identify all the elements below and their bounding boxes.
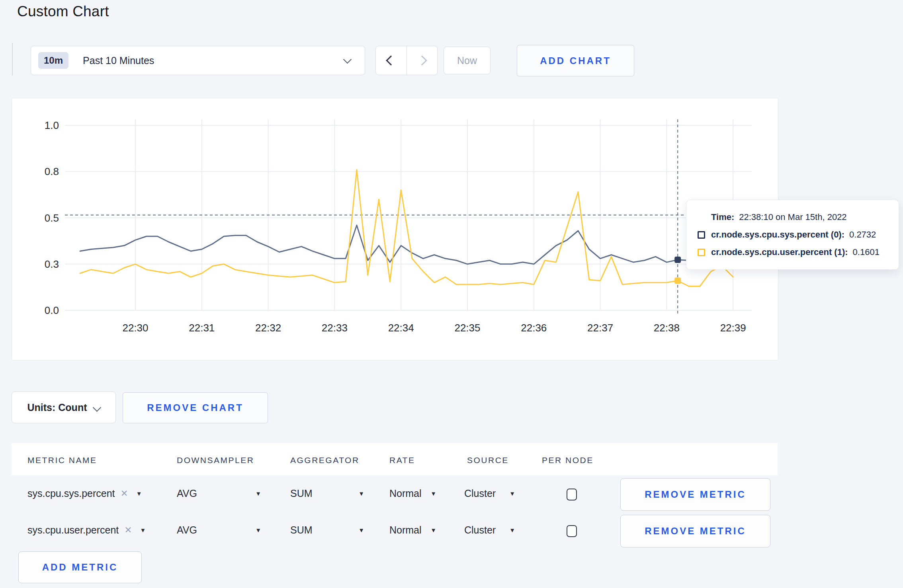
- source-value: Cluster: [464, 488, 496, 499]
- caret-down-icon: ▼: [140, 527, 146, 533]
- remove-metric-x-icon[interactable]: ✕: [124, 525, 132, 535]
- col-header-aggregator: AGGREGATOR: [290, 456, 360, 465]
- chart-hover-tooltip: Time: 22:38:10 on Mar 15th, 2022 cr.node…: [686, 200, 899, 270]
- metric-name-value: sys.cpu.sys.percent: [27, 488, 115, 499]
- downsampler-value: AVG: [177, 488, 197, 499]
- next-range-button[interactable]: [407, 46, 438, 75]
- rate-dropdown[interactable]: Normal ▼: [389, 524, 436, 536]
- caret-down-icon: ▼: [255, 490, 261, 497]
- chevron-down-icon: [343, 55, 352, 64]
- remove-metric-button[interactable]: REMOVE METRIC: [620, 515, 770, 547]
- tooltip-sys-value: 0.2732: [849, 230, 876, 240]
- time-range-dropdown[interactable]: 10m Past 10 Minutes: [31, 46, 365, 75]
- downsampler-dropdown[interactable]: AVG ▼: [177, 488, 261, 499]
- rate-value: Normal: [389, 488, 422, 499]
- units-dropdown[interactable]: Units: Count: [12, 391, 116, 423]
- tooltip-sys-label: cr.node.sys.cpu.sys.percent (0):: [711, 230, 844, 240]
- toolbar-divider: [12, 43, 13, 76]
- tooltip-series-user-row: cr.node.sys.cpu.user.percent (1): 0.1601: [698, 247, 899, 257]
- time-window-label: Past 10 Minutes: [83, 55, 154, 66]
- downsampler-value: AVG: [177, 524, 197, 536]
- col-header-rate: RATE: [389, 456, 415, 465]
- user-series-swatch-icon: [698, 249, 705, 256]
- source-value: Cluster: [464, 524, 496, 536]
- now-button[interactable]: Now: [444, 47, 491, 74]
- units-label: Units: Count: [27, 402, 87, 413]
- sys-series-swatch-icon: [698, 231, 705, 239]
- chevron-down-icon: [93, 403, 101, 411]
- metric-name-dropdown[interactable]: sys.cpu.user.percent ✕ ▼: [27, 524, 146, 536]
- caret-down-icon: ▼: [430, 527, 436, 533]
- remove-metric-button[interactable]: REMOVE METRIC: [620, 478, 770, 511]
- prev-range-button[interactable]: [376, 46, 407, 75]
- add-metric-button[interactable]: ADD METRIC: [18, 551, 142, 583]
- time-range-nav: [375, 46, 438, 75]
- aggregator-dropdown[interactable]: SUM ▼: [290, 488, 364, 499]
- rate-dropdown[interactable]: Normal ▼: [389, 488, 436, 499]
- chevron-left-icon: [386, 55, 396, 65]
- col-header-metric-name: METRIC NAME: [27, 456, 97, 465]
- time-window-badge: 10m: [38, 52, 68, 69]
- metric-name-value: sys.cpu.user.percent: [27, 524, 119, 536]
- tooltip-user-label: cr.node.sys.cpu.user.percent (1):: [711, 247, 848, 257]
- tooltip-user-value: 0.1601: [853, 247, 880, 257]
- remove-metric-x-icon[interactable]: ✕: [121, 488, 128, 499]
- remove-chart-button[interactable]: REMOVE CHART: [123, 392, 268, 423]
- per-node-checkbox[interactable]: [567, 525, 577, 537]
- rate-value: Normal: [389, 524, 422, 536]
- page-title: Custom Chart: [17, 3, 109, 20]
- chart-card[interactable]: [12, 98, 778, 360]
- col-header-downsampler: DOWNSAMPLER: [177, 456, 254, 465]
- caret-down-icon: ▼: [509, 490, 515, 497]
- caret-down-icon: ▼: [430, 490, 436, 497]
- metric-name-dropdown[interactable]: sys.cpu.sys.percent ✕ ▼: [27, 488, 142, 499]
- caret-down-icon: ▼: [509, 527, 515, 533]
- caret-down-icon: ▼: [255, 527, 261, 533]
- per-node-checkbox[interactable]: [567, 489, 577, 500]
- custom-chart-page: Custom Chart 10m Past 10 Minutes Now ADD…: [0, 0, 903, 588]
- aggregator-dropdown[interactable]: SUM ▼: [290, 524, 364, 536]
- col-header-per-node: PER NODE: [542, 456, 594, 465]
- tooltip-time-label: Time:: [711, 212, 734, 222]
- caret-down-icon: ▼: [358, 490, 364, 497]
- downsampler-dropdown[interactable]: AVG ▼: [177, 524, 261, 536]
- tooltip-series-sys-row: cr.node.sys.cpu.sys.percent (0): 0.2732: [698, 230, 899, 240]
- caret-down-icon: ▼: [136, 490, 142, 497]
- tooltip-time-value: 22:38:10 on Mar 15th, 2022: [739, 212, 846, 222]
- col-header-source: SOURCE: [467, 456, 509, 465]
- source-dropdown[interactable]: Cluster ▼: [464, 524, 515, 536]
- aggregator-value: SUM: [290, 524, 313, 536]
- add-chart-button[interactable]: ADD CHART: [517, 45, 634, 76]
- source-dropdown[interactable]: Cluster ▼: [464, 488, 515, 499]
- caret-down-icon: ▼: [358, 527, 364, 533]
- tooltip-time-row: Time: 22:38:10 on Mar 15th, 2022: [698, 212, 899, 222]
- chevron-right-icon: [417, 55, 427, 65]
- aggregator-value: SUM: [290, 488, 313, 499]
